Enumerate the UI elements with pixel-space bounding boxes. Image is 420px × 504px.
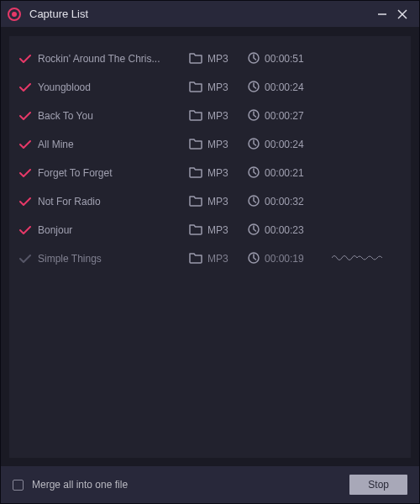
check-icon: [19, 140, 38, 150]
app-logo-icon: [8, 8, 21, 21]
waveform: [332, 252, 401, 266]
track-name: Forget To Forget: [38, 167, 189, 179]
clock-icon: [248, 166, 260, 181]
track-duration: 00:00:21: [265, 167, 304, 179]
check-icon: [19, 255, 38, 264]
track-name: Bonjour: [38, 224, 189, 236]
track-duration: 00:00:24: [265, 81, 304, 93]
stop-button[interactable]: Stop: [349, 475, 407, 495]
track-duration: 00:00:51: [265, 53, 304, 65]
clock-icon: [248, 195, 260, 209]
folder-icon: [189, 252, 202, 266]
track-duration: 00:00:19: [265, 253, 304, 265]
clock-icon: [248, 252, 260, 266]
track-format: MP3: [207, 167, 228, 179]
close-button[interactable]: [392, 4, 412, 24]
folder-icon: [189, 166, 202, 181]
track-row[interactable]: Rockin' Around The Chris...MP300:00:51: [19, 45, 401, 73]
track-duration: 00:00:32: [265, 196, 304, 207]
track-name: All Mine: [38, 139, 189, 150]
track-duration: 00:00:24: [265, 139, 304, 150]
track-row[interactable]: BonjourMP300:00:23: [19, 216, 401, 244]
track-name: Back To You: [38, 110, 189, 122]
track-format: MP3: [207, 196, 228, 207]
window-title: Capture List: [29, 8, 372, 20]
track-name: Youngblood: [38, 81, 189, 93]
footer: Merge all into one file Stop: [1, 466, 419, 503]
check-icon: [19, 169, 38, 178]
folder-icon: [189, 52, 202, 66]
track-duration: 00:00:27: [265, 110, 304, 122]
check-icon: [19, 197, 38, 207]
check-icon: [19, 55, 38, 64]
track-row[interactable]: Back To YouMP300:00:27: [19, 102, 401, 130]
track-row[interactable]: YoungbloodMP300:00:24: [19, 73, 401, 102]
track-row[interactable]: Simple ThingsMP300:00:19: [19, 244, 401, 273]
track-format: MP3: [207, 53, 228, 65]
check-icon: [19, 112, 38, 121]
track-row[interactable]: Not For RadioMP300:00:32: [19, 187, 401, 216]
capture-list: Rockin' Around The Chris...MP300:00:51Yo…: [9, 36, 411, 458]
clock-icon: [248, 138, 260, 152]
clock-icon: [248, 81, 260, 95]
merge-label: Merge all into one file: [32, 479, 128, 491]
folder-icon: [189, 109, 202, 123]
track-name: Rockin' Around The Chris...: [38, 53, 189, 65]
clock-icon: [248, 109, 260, 123]
clock-icon: [248, 223, 260, 238]
minimize-button[interactable]: [372, 4, 392, 24]
track-format: MP3: [207, 139, 228, 150]
folder-icon: [189, 223, 202, 238]
track-format: MP3: [207, 224, 228, 236]
clock-icon: [248, 52, 260, 66]
check-icon: [19, 226, 38, 235]
folder-icon: [189, 81, 202, 95]
merge-checkbox[interactable]: [13, 480, 24, 491]
track-duration: 00:00:23: [265, 224, 304, 236]
titlebar: Capture List: [1, 1, 419, 28]
track-format: MP3: [207, 110, 228, 122]
track-row[interactable]: Forget To ForgetMP300:00:21: [19, 159, 401, 187]
folder-icon: [189, 138, 202, 152]
track-format: MP3: [207, 253, 228, 265]
check-icon: [19, 83, 38, 92]
track-row[interactable]: All MineMP300:00:24: [19, 130, 401, 159]
folder-icon: [189, 195, 202, 209]
track-format: MP3: [207, 81, 228, 93]
track-name: Not For Radio: [38, 196, 189, 207]
track-name: Simple Things: [38, 253, 189, 265]
